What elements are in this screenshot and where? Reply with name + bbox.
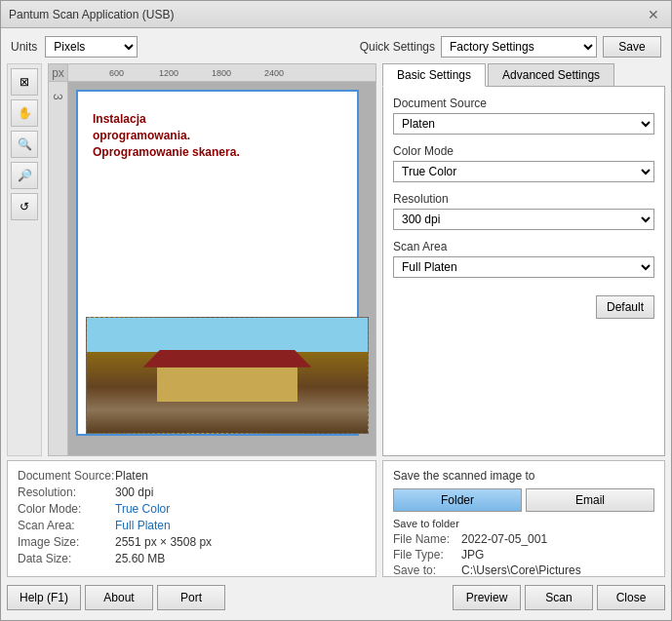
help-button[interactable]: Help (F1) [7,585,81,610]
ruler-top: 600 1200 1800 2400 [68,64,376,82]
scan-area-label: Scan Area [393,240,654,253]
info-row-color-mode: Color Mode: True Color [18,502,366,516]
zoom-in-icon: 🔍 [18,137,32,151]
doc-source-select[interactable]: Platen ADF [393,113,654,135]
reset-icon: ↺ [20,200,29,213]
scan-image-container: Instalacja oprogramowania. Oprogramowani… [68,82,376,455]
ruler-mark-600: 600 [107,68,126,78]
port-button[interactable]: Port [157,585,225,610]
color-mode-select[interactable]: True Color Grayscale Black & White [393,161,654,182]
save-panel: Save the scanned image to Folder Email S… [382,460,665,577]
file-name-key: File Name: [393,532,461,546]
save-to-key: Save to: [393,563,461,577]
ruler-left-mark: 3 [51,94,64,100]
color-mode-label: Color Mode [393,144,654,158]
hand-tool-button[interactable]: ✋ [11,99,38,127]
zoom-out-icon: 🔎 [18,169,32,182]
ruler-mark-1200: 1200 [157,68,180,78]
save-to-folder-label: Save to folder [393,518,654,529]
save-info-saveto: Save to: C:\Users\Core\Pictures [393,563,654,577]
info-resolution-value: 300 dpi [115,485,153,499]
info-row-data-size: Data Size: 25.60 MB [18,552,366,565]
window-title: Pantum Scan Application (USB) [9,8,174,21]
info-row-scan-area: Scan Area: Full Platen [18,519,366,532]
top-row: Units Pixels Inches Centimeters Quick Se… [7,34,665,59]
quick-settings-select[interactable]: Factory Settings [441,36,597,58]
info-color-mode-value: True Color [115,502,170,516]
info-resolution-key: Resolution: [18,485,115,499]
scan-photo [86,317,369,434]
info-row-doc-source: Document Source: Platen [18,469,366,483]
tabs-row: Basic Settings Advanced Settings [382,63,665,87]
preview-button[interactable]: Preview [453,585,521,610]
info-data-size-value: 25.60 MB [115,552,165,565]
bottom-right-buttons: Preview Scan Close [453,585,665,610]
scan-area-select[interactable]: Full Platen A4 Letter [393,256,654,278]
reset-button[interactable]: ↺ [11,193,38,220]
main-window: Pantum Scan Application (USB) ✕ Units Pi… [0,0,672,621]
email-button[interactable]: Email [526,488,654,512]
save-info-filename: File Name: 2022-07-05_001 [393,532,654,546]
scan-text: Instalacja oprogramowania. Oprogramowani… [93,111,342,160]
save-buttons: Folder Email [393,488,654,512]
crop-tool-button[interactable]: ⊠ [11,68,38,96]
scan-image: Instalacja oprogramowania. Oprogramowani… [76,90,359,436]
scan-button[interactable]: Scan [525,585,593,610]
info-doc-source-key: Document Source: [18,469,115,483]
main-content: Units Pixels Inches Centimeters Quick Se… [1,28,671,620]
scan-text-line3: Oprogramowanie skanera. [93,144,342,161]
title-bar: Pantum Scan Application (USB) ✕ [1,1,671,28]
building-body [157,368,297,402]
info-color-mode-key: Color Mode: [18,502,115,516]
left-toolbar: ⊠ ✋ 🔍 🔎 ↺ [7,63,42,456]
window-close-button[interactable]: ✕ [644,5,663,24]
info-image-size-value: 2551 px × 3508 px [115,535,212,549]
preview-area: px 600 1200 1800 2400 1 2 3 [48,63,376,456]
ruler-corner: px [49,64,68,82]
ruler-unit-label: px [52,66,64,80]
tab-basic-settings[interactable]: Basic Settings [382,63,486,87]
zoom-in-button[interactable]: 🔍 [11,131,38,158]
zoom-out-button[interactable]: 🔎 [11,162,38,189]
ruler-left: 1 2 3 [49,82,68,455]
color-mode-group: Color Mode True Color Grayscale Black & … [393,144,654,182]
right-panel: Basic Settings Advanced Settings Documen… [382,63,665,456]
document-source-group: Document Source Platen ADF [393,97,654,135]
info-scan-area-key: Scan Area: [18,519,115,532]
info-scan-area-value: Full Platen [115,519,171,532]
default-button[interactable]: Default [596,295,654,319]
tab-advanced-settings[interactable]: Advanced Settings [488,63,614,86]
info-row-resolution: Resolution: 300 dpi [18,485,366,499]
building-roof [143,350,312,368]
middle-area: ⊠ ✋ 🔍 🔎 ↺ px [7,63,665,456]
bottom-area: Document Source: Platen Resolution: 300 … [7,460,665,577]
scan-area-group: Scan Area Full Platen A4 Letter [393,240,654,278]
doc-source-label: Document Source [393,97,654,110]
folder-button[interactable]: Folder [393,488,522,512]
photo-building [87,318,368,433]
save-info-filetype: File Type: JPG [393,548,654,562]
scan-text-line1: Instalacja [93,111,342,128]
resolution-select[interactable]: 75 dpi 100 dpi 150 dpi 200 dpi 300 dpi 6… [393,209,654,230]
scan-text-line2: oprogramowania. [93,128,342,144]
ruler-mark-2400: 2400 [262,68,286,78]
file-type-value: JPG [461,548,484,562]
file-type-key: File Type: [393,548,461,562]
save-title: Save the scanned image to [393,469,654,483]
info-image-size-key: Image Size: [18,535,115,549]
quick-settings-label: Quick Settings [360,40,435,54]
ruler-mark-1800: 1800 [210,68,233,78]
info-data-size-key: Data Size: [18,552,115,565]
save-to-value: C:\Users\Core\Pictures [461,563,581,577]
info-doc-source-value: Platen [115,469,148,483]
save-button[interactable]: Save [603,36,661,58]
quick-settings-area: Quick Settings Factory Settings Save [360,36,661,58]
units-label: Units [11,40,37,54]
scan-text-area: Instalacja oprogramowania. Oprogramowani… [78,92,357,179]
about-button[interactable]: About [85,585,153,610]
bottom-buttons: Help (F1) About Port Preview Scan Close [7,581,665,614]
resolution-group: Resolution 75 dpi 100 dpi 150 dpi 200 dp… [393,192,654,230]
units-select[interactable]: Pixels Inches Centimeters [45,36,138,58]
close-button[interactable]: Close [597,585,665,610]
info-row-image-size: Image Size: 2551 px × 3508 px [18,535,366,549]
